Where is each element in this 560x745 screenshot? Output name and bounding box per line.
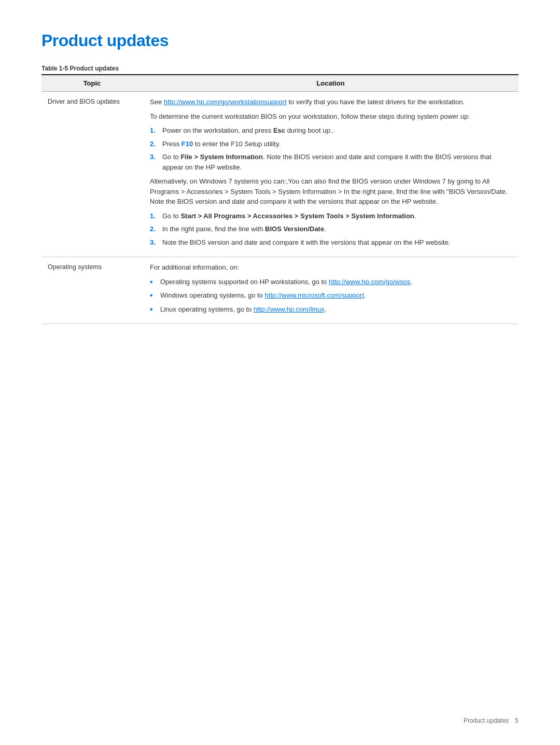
bullet-text-2: Windows operating systems, go to http://… xyxy=(160,290,366,301)
step-b-text-1: Go to Start > All Programs > Accessories… xyxy=(162,211,416,221)
step-num-1: 1. xyxy=(150,125,158,136)
bullet-icon-3: • xyxy=(150,304,156,315)
table-caption: Table 1-5 Product updates xyxy=(41,65,519,72)
location-cell-os: For additional information, on: • Operat… xyxy=(143,257,519,324)
hp-workstation-support-link[interactable]: http://www.hp.com/go/workstationsupport xyxy=(164,98,287,106)
step-b-num-1: 1. xyxy=(150,211,158,221)
step-text-3: Go to File > System Information. Note th… xyxy=(162,152,512,172)
step-item-b2: 2. In the right pane, find the line with… xyxy=(150,224,512,234)
col-location-header: Location xyxy=(143,75,519,92)
topic-cell: Driver and BIOS updates xyxy=(41,92,143,257)
step-b-text-2: In the right pane, find the line with BI… xyxy=(162,224,326,234)
driver-intro-para: See http://www.hp.com/go/workstationsupp… xyxy=(150,97,512,107)
step-num-2: 2. xyxy=(150,139,158,149)
microsoft-support-link[interactable]: http://www.microsoft.com/support xyxy=(265,291,364,299)
step-b-num-3: 3. xyxy=(150,237,158,248)
step-num-3: 3. xyxy=(150,152,158,162)
os-intro: For additional information, on: xyxy=(150,262,512,273)
bullet-item-3: • Linux operating systems, go to http://… xyxy=(150,304,512,315)
table-caption-prefix: Table 1-5 xyxy=(41,65,68,72)
os-bullet-list: • Operating systems supported on HP work… xyxy=(150,277,512,315)
driver-steps-2: 1. Go to Start > All Programs > Accessor… xyxy=(150,211,512,248)
page-footer: Product updates 5 xyxy=(41,717,519,724)
step-b-text-3: Note the BIOS version and date and compa… xyxy=(162,237,450,248)
footer-label: Product updates xyxy=(464,717,509,724)
bullet-item-1: • Operating systems supported on HP work… xyxy=(150,277,512,288)
table-row: Driver and BIOS updates See http://www.h… xyxy=(41,92,519,257)
location-cell-driver: See http://www.hp.com/go/workstationsupp… xyxy=(143,92,519,257)
bullet-text-1: Operating systems supported on HP workst… xyxy=(160,277,412,287)
step-item: 2. Press F10 to enter the F10 Setup util… xyxy=(150,139,512,149)
driver-steps-1: 1. Power on the workstation, and press E… xyxy=(150,125,512,172)
table-header-row: Topic Location xyxy=(41,75,519,92)
hp-wsos-link[interactable]: http://www.hp.com/go/wsos xyxy=(329,278,411,286)
bullet-text-3: Linux operating systems, go to http://ww… xyxy=(160,304,326,315)
bullet-icon-1: • xyxy=(150,277,156,288)
step-item: 1. Power on the workstation, and press E… xyxy=(150,125,512,136)
step-item: 3. Go to File > System Information. Note… xyxy=(150,152,512,172)
table-caption-text: Product updates xyxy=(68,65,119,72)
step-item-b1: 1. Go to Start > All Programs > Accessor… xyxy=(150,211,512,221)
table-row-os: Operating systems For additional informa… xyxy=(41,257,519,324)
step-b-num-2: 2. xyxy=(150,224,158,234)
hp-linux-link[interactable]: http://www.hp.com/linux xyxy=(254,305,325,313)
topic-cell-os: Operating systems xyxy=(41,257,143,324)
page-title: Product updates xyxy=(41,31,519,50)
bullet-icon-2: • xyxy=(150,290,156,301)
col-topic-header: Topic xyxy=(41,75,143,92)
step-item-b3: 3. Note the BIOS version and date and co… xyxy=(150,237,512,248)
step-text-1: Power on the workstation, and press Esc … xyxy=(162,125,334,136)
bullet-item-2: • Windows operating systems, go to http:… xyxy=(150,290,512,301)
driver-alt-para: Alternatively, on Windows 7 systems you … xyxy=(150,176,512,207)
product-updates-table: Topic Location Driver and BIOS updates S… xyxy=(41,74,519,324)
driver-para2: To determine the current workstation BIO… xyxy=(150,111,512,122)
step-text-2: Press F10 to enter the F10 Setup utility… xyxy=(162,139,281,149)
footer-page-number: 5 xyxy=(515,717,519,724)
